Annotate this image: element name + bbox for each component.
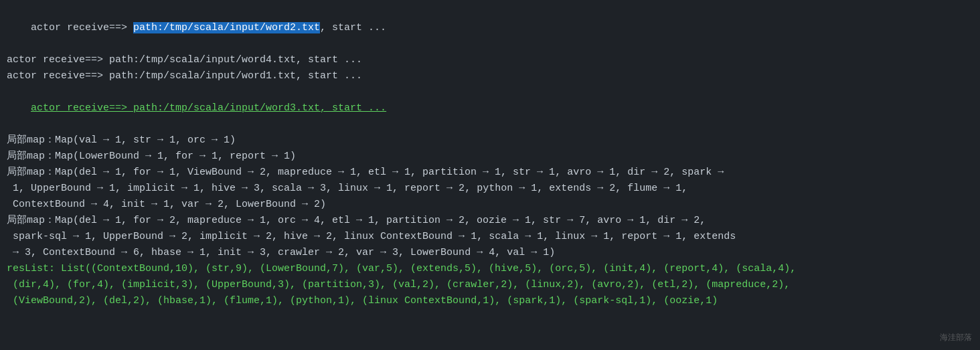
- terminal-line-5: 局部map：Map(val → 1, str → 1, orc → 1): [7, 133, 973, 149]
- terminal-line-8: 局部map：Map(del → 1, for → 2, mapreduce → …: [7, 213, 973, 229]
- actor-prefix-1: actor receive==>: [31, 22, 133, 33]
- terminal-line-3: actor receive==> path:/tmp/scala/input/w…: [7, 68, 973, 84]
- actor-suffix-1: , start ...: [320, 22, 386, 33]
- watermark: 海洼部落: [940, 332, 972, 345]
- terminal-line-1: actor receive==> path:/tmp/scala/input/w…: [7, 4, 973, 52]
- terminal-line-8b: spark-sql → 1, UpperBound → 2, implicit …: [7, 229, 973, 245]
- terminal-line-8c: → 3, ContextBound → 6, hbase → 1, init →…: [7, 245, 973, 261]
- terminal-line-2: actor receive==> path:/tmp/scala/input/w…: [7, 52, 973, 68]
- terminal-line-4: actor receive==> path:/tmp/scala/input/w…: [7, 84, 973, 133]
- terminal-line-7b: 1, UpperBound → 1, implicit → 1, hive → …: [7, 181, 973, 197]
- actor-underline-4: actor receive==> path:/tmp/scala/input/w…: [31, 102, 386, 114]
- terminal-line-6: 局部map：Map(LowerBound → 1, for → 1, repor…: [7, 149, 973, 165]
- terminal-line-7c: ContextBound → 4, init → 1, var → 2, Low…: [7, 197, 973, 213]
- terminal-line-9: resList: List((ContextBound,10), (str,9)…: [7, 261, 973, 277]
- terminal-output: actor receive==> path:/tmp/scala/input/w…: [7, 4, 973, 309]
- path-highlight-1: path:/tmp/scala/input/word2.txt: [133, 22, 320, 33]
- terminal-line-9c: (ViewBound,2), (del,2), (hbase,1), (flum…: [7, 293, 973, 309]
- terminal-line-7: 局部map：Map(del → 1, for → 1, ViewBound → …: [7, 165, 973, 181]
- terminal-line-9b: (dir,4), (for,4), (implicit,3), (UpperBo…: [7, 277, 973, 293]
